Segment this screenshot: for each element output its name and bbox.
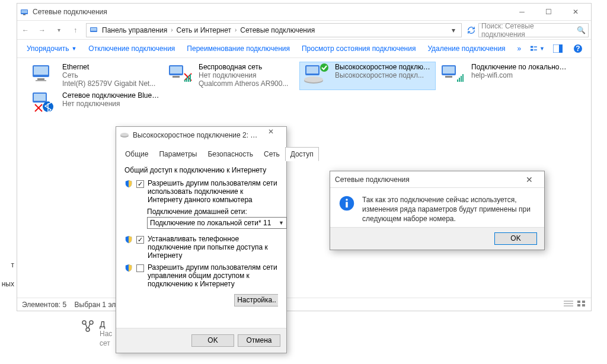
connection-status-button[interactable]: Просмотр состояния подключения <box>296 42 421 55</box>
svg-rect-44 <box>34 94 46 101</box>
svg-point-34 <box>304 76 323 82</box>
svg-line-4 <box>88 324 90 328</box>
close-button[interactable]: ✕ <box>562 4 589 20</box>
titlebar[interactable]: Сетевые подключения ─ ☐ ✕ <box>17 4 591 20</box>
connection-item-wireless[interactable]: Беспроводная сеть Нет подключения Qualco… <box>163 62 299 90</box>
maximize-button[interactable]: ☐ <box>535 4 562 20</box>
svg-rect-38 <box>445 76 452 78</box>
search-icon: 🔍 <box>577 26 586 34</box>
details-view-button[interactable] <box>564 300 573 309</box>
svg-rect-9 <box>91 28 97 31</box>
refresh-button[interactable] <box>464 23 478 37</box>
dialog-close-button[interactable]: ✕ <box>259 127 283 143</box>
monitor-wifi-icon <box>439 63 468 87</box>
svg-rect-30 <box>190 74 191 82</box>
svg-rect-27 <box>184 79 186 82</box>
view-options-button[interactable]: ▼ <box>531 42 545 55</box>
svg-rect-24 <box>172 76 180 78</box>
settings-button[interactable]: Настройка.. <box>234 294 278 306</box>
bg-settings-item: Д Нас сет <box>81 319 112 348</box>
tab-network[interactable]: Сеть <box>258 147 285 161</box>
network-icon <box>89 25 98 35</box>
homenet-label: Подключение домашней сети: <box>147 207 278 216</box>
svg-rect-54 <box>582 304 585 306</box>
app-icon <box>20 7 29 17</box>
up-button[interactable]: ↑ <box>68 23 82 37</box>
chevron-right-icon: › <box>235 27 237 33</box>
connection-item-local[interactable]: Подключение по локальной сети* 11 help-w… <box>436 62 572 90</box>
shield-icon <box>124 264 133 272</box>
breadcrumb-seg[interactable]: Сетевые подключения <box>240 26 315 34</box>
breadcrumb-seg[interactable]: Сеть и Интернет <box>177 26 231 34</box>
chevron-down-icon: ▼ <box>279 220 284 226</box>
address-dropdown[interactable]: ▾ <box>448 26 459 34</box>
rename-connection-button[interactable]: Переименование подключения <box>181 42 296 55</box>
allow-control-checkbox[interactable] <box>136 264 144 272</box>
dial-on-demand-checkbox[interactable] <box>136 236 144 244</box>
svg-line-3 <box>85 324 87 328</box>
search-input[interactable]: Поиск: Сетевые подключения 🔍 <box>478 23 589 37</box>
connection-item-highspeed[interactable]: Высокоскоростное подключение 2 Высокоско… <box>299 62 436 90</box>
svg-rect-23 <box>170 66 182 74</box>
cancel-button[interactable]: Отмена <box>238 334 280 347</box>
info-dialog: Сетевые подключения ✕ Так как это подклю… <box>330 171 545 250</box>
svg-point-2 <box>86 328 90 331</box>
svg-rect-40 <box>459 78 460 82</box>
svg-rect-13 <box>534 49 537 50</box>
ok-button[interactable]: OK <box>191 334 234 347</box>
svg-rect-11 <box>531 49 533 51</box>
info-titlebar[interactable]: Сетевые подключения ✕ <box>330 171 544 188</box>
organize-button[interactable]: Упорядочить▼ <box>21 42 82 55</box>
icons-view-button[interactable] <box>577 300 586 309</box>
preview-pane-button[interactable] <box>551 42 565 55</box>
connection-item-bluetooth[interactable]: Сетевое подключение Bluetooth Нет подклю… <box>27 90 163 119</box>
svg-rect-15 <box>559 44 563 53</box>
bg-frag: ных <box>0 280 14 288</box>
svg-rect-51 <box>577 301 580 303</box>
info-ok-button[interactable]: OK <box>494 232 537 245</box>
allow-sharing-label: Разрешить другим пользователям сети испо… <box>148 179 278 204</box>
tab-security[interactable]: Безопасность <box>202 147 258 161</box>
help-button[interactable]: ? <box>571 42 585 55</box>
forward-button[interactable]: → <box>35 23 49 37</box>
svg-point-58 <box>346 199 348 201</box>
svg-rect-20 <box>37 78 44 80</box>
info-icon <box>338 195 355 212</box>
svg-rect-7 <box>23 14 25 15</box>
svg-point-35 <box>320 63 328 72</box>
svg-rect-19 <box>34 66 48 75</box>
toolbar-overflow-button[interactable]: » <box>512 42 528 55</box>
minimize-button[interactable]: ─ <box>509 4 535 20</box>
recent-button[interactable]: ▾ <box>52 23 66 37</box>
allow-control-label: Разрешить другим пользователям сети упра… <box>148 263 278 288</box>
disable-connection-button[interactable]: Отключение подключения <box>82 42 181 55</box>
tab-sharing[interactable]: Доступ <box>285 147 319 161</box>
svg-rect-29 <box>188 76 189 82</box>
svg-rect-59 <box>346 202 348 207</box>
homenet-combo[interactable]: Подключение по локальной сети* 11 ▼ <box>147 217 287 229</box>
dial-on-demand-label: Устанавливать телефонное подключение при… <box>148 235 278 260</box>
back-button[interactable]: ← <box>18 23 33 37</box>
tab-general[interactable]: Общие <box>120 147 154 161</box>
connection-item-ethernet[interactable]: Ethernet Сеть Intel(R) 82579V Gigabit Ne… <box>27 62 163 90</box>
dialog-titlebar[interactable]: Высокоскоростное подключение 2: свойства… <box>116 127 286 143</box>
address-bar[interactable]: Панель управления› Сеть и Интернет› Сете… <box>86 23 462 37</box>
svg-point-56 <box>120 133 129 136</box>
modem-icon <box>303 63 331 87</box>
tab-options[interactable]: Параметры <box>154 147 202 161</box>
section-label: Общий доступ к подключению к Интернету <box>124 166 278 174</box>
breadcrumb-seg[interactable]: Панель управления <box>102 26 167 34</box>
svg-rect-28 <box>186 78 187 82</box>
svg-rect-12 <box>534 46 537 47</box>
delete-connection-button[interactable]: Удаление подключения <box>421 42 511 55</box>
monitor-icon <box>30 63 59 87</box>
properties-dialog: Высокоскоростное подключение 2: свойства… <box>116 126 287 353</box>
svg-rect-52 <box>582 301 585 303</box>
info-close-button[interactable]: ✕ <box>519 175 539 184</box>
modem-small-icon <box>120 131 129 140</box>
svg-rect-10 <box>531 46 533 48</box>
chevron-right-icon: › <box>171 27 172 33</box>
statusbar: Элементов: 5 Выбран 1 элем <box>17 298 591 311</box>
bg-frag: т <box>0 261 14 269</box>
allow-sharing-checkbox[interactable] <box>136 180 144 188</box>
